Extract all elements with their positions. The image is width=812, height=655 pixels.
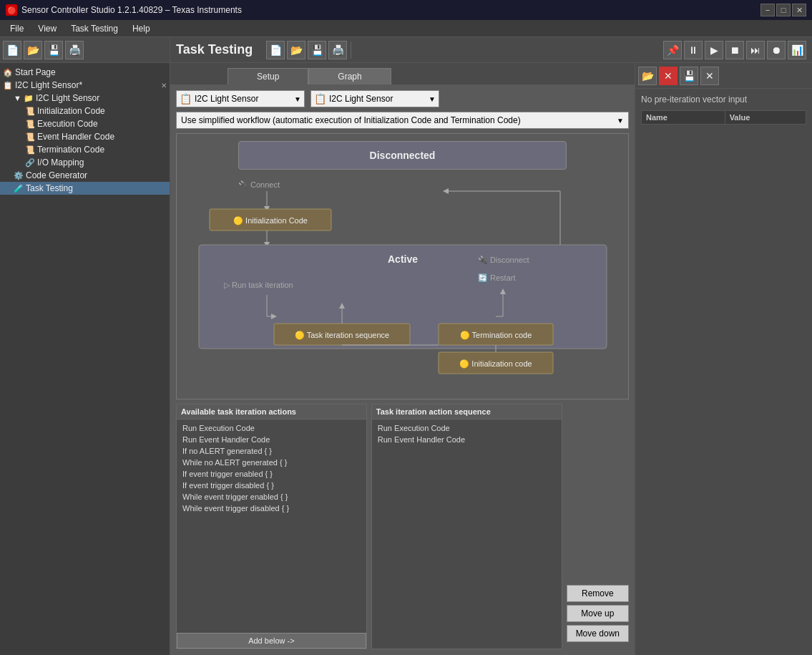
toolbar-graph[interactable]: 📊 [788,41,806,59]
add-below-button[interactable]: Add below -> [177,633,366,649]
sidebar-item-start-page[interactable]: 🏠 Start Page [0,66,170,79]
action-if-trigger-disabled[interactable]: If event trigger disabled { } [180,480,363,491]
toolbar-play[interactable]: ▶ [705,41,723,59]
app-icon: 🔴 [6,4,17,16]
folder-icon: 📁 [24,94,34,103]
pre-iteration-table: Name Value [641,110,806,125]
event-handler-label: Event Handler Code [37,132,114,142]
move-up-button[interactable]: Move up [567,605,629,622]
menu-view[interactable]: View [31,22,64,35]
pre-iter-close2[interactable]: ✕ [700,67,719,85]
sensor-dropdown-2[interactable]: 📋 I2C Light Sensor ▼ [310,90,439,107]
exec-code-icon: 📜 [25,120,35,129]
sidebar-item-init-code[interactable]: 📜 Initialization Code [0,105,170,117]
toolbar-record[interactable]: ⏺ [767,41,786,59]
toolbar-new[interactable]: 📄 [266,41,285,59]
right-buttons-panel: Remove Move up Move down [567,404,629,649]
io-mapping-icon: 🔗 [25,158,35,168]
pre-iter-open[interactable]: 📂 [638,67,657,85]
restart-text: 🔄 Restart [478,273,516,283]
app-title: Sensor Controller Studio 1.2.1.40829 – T… [21,5,756,15]
dd1-icon: 📋 [180,93,192,105]
task-iter-seq-text: 🟡 Task iteration sequence [294,330,388,340]
exec-code-label: Execution Code [37,119,98,129]
page-title: Task Testing [176,42,253,57]
action-if-no-alert[interactable]: If no ALERT generated { } [180,445,363,457]
menu-help[interactable]: Help [125,22,157,35]
sidebar-toolbar: 📄 📂 💾 🖨️ [0,37,170,63]
tab-setup[interactable]: Setup [228,68,308,84]
menu-task-testing[interactable]: Task Testing [64,22,125,35]
workflow-dropdown[interactable]: Use simplified workflow (automatic execu… [176,112,629,129]
toolbar-open[interactable]: 📂 [287,41,305,59]
available-actions-panel: Available task iteration actions Run Exe… [176,404,367,649]
toolbar-step[interactable]: ⏭ [746,41,765,59]
disconnect-text: 🔌 Disconnect [478,255,529,265]
dd2-icon: 📋 [314,93,326,105]
minimize-button[interactable]: − [760,4,775,16]
close-button[interactable]: ✕ [792,4,806,16]
code-gen-label: Code Generator [26,170,87,180]
pre-iteration-toolbar: 📂 ✕ 💾 ✕ [635,63,812,89]
content-area: Setup Graph 📋 I2C Light Sensor ▼ [170,63,812,655]
pre-iter-save[interactable]: 💾 [680,67,698,85]
move-down-button[interactable]: Move down [567,625,629,642]
toolbar-print[interactable]: 🖨️ [328,41,347,59]
open-button[interactable]: 📂 [24,41,42,59]
io-mapping-label: I/O Mapping [37,157,84,168]
menu-file[interactable]: File [3,22,31,35]
tab-icon: 📋 [3,81,13,90]
remove-button[interactable]: Remove [567,585,629,602]
right-panel: Task Testing 📄 📂 💾 🖨️ 📌 ⏸ ▶ ⏹ ⏭ ⏺ 📊 Setu… [170,37,812,655]
toolbar-pin[interactable]: 📌 [663,41,682,59]
dd1-value: I2C Light Sensor [195,94,258,104]
sidebar-item-io-mapping[interactable]: 🔗 I/O Mapping [0,156,170,169]
seq-run-exec[interactable]: Run Execution Code [375,422,559,434]
sidebar-item-event-handler[interactable]: 📜 Event Handler Code [0,130,170,143]
action-if-trigger-enabled[interactable]: If event trigger enabled { } [180,468,363,480]
sensor-dropdown-1[interactable]: 📋 I2C Light Sensor ▼ [176,90,305,107]
disconnected-state: Disconnected [238,141,566,170]
toolbar-sep1 [351,42,351,59]
sidebar-item-i2c-sensor[interactable]: ▼ 📁 I2C Light Sensor [0,92,170,105]
sidebar-item-code-generator[interactable]: ⚙️ Code Generator [0,169,170,182]
action-while-trigger-disabled[interactable]: While event trigger disabled { } [180,503,363,514]
init-code-icon: 📜 [25,107,35,116]
toolbar-pause[interactable]: ⏸ [684,41,703,59]
toolbar-stop[interactable]: ⏹ [725,41,744,59]
sidebar-item-i2c-light-sensor-tab[interactable]: 📋 I2C Light Sensor* ✕ [0,79,170,92]
pre-iteration-content: No pre-iteration vector input Name Value [635,89,812,655]
maximize-button[interactable]: □ [776,4,791,16]
toolbar-save[interactable]: 💾 [308,41,326,59]
task-testing-panel: Setup Graph 📋 I2C Light Sensor ▼ [170,63,635,655]
workflow-arrow-icon: ▼ [617,117,624,125]
dropdowns-row: 📋 I2C Light Sensor ▼ 📋 I2C Light Sensor … [176,90,629,107]
pre-iter-close[interactable]: ✕ [659,67,678,85]
init-code-right-text: 🟡 Initialization code [459,359,532,369]
init-code-diagram-text: 🟡 Initialization Code [233,215,308,225]
new-button[interactable]: 📄 [3,41,21,59]
available-actions-list: Run Execution Code Run Event Handler Cod… [177,419,366,633]
print-button[interactable]: 🖨️ [65,41,84,59]
disconnected-label: Disconnected [370,150,436,161]
window-controls: − □ ✕ [760,4,806,16]
seq-run-event[interactable]: Run Event Handler Code [375,434,559,445]
tab-graph[interactable]: Graph [308,68,391,84]
action-run-event[interactable]: Run Event Handler Code [180,434,363,445]
save-button[interactable]: 💾 [44,41,63,59]
tabs: Setup Graph [170,63,635,84]
sidebar-item-task-testing[interactable]: 🧪 Task Testing [0,182,170,195]
termination-label: Termination Code [37,145,104,155]
action-while-trigger-enabled[interactable]: While event trigger enabled { } [180,491,363,503]
sidebar-item-termination[interactable]: 📜 Termination Code [0,143,170,156]
connect-text: 🔌 Connect [238,180,280,190]
action-while-no-alert[interactable]: While no ALERT generated { } [180,457,363,468]
close-tab-icon[interactable]: ✕ [161,82,167,89]
task-testing-icon: 🧪 [14,184,24,193]
action-sequence-header: Task iteration action sequence [372,404,562,419]
action-run-exec[interactable]: Run Execution Code [180,422,363,434]
sidebar-item-exec-code[interactable]: 📜 Execution Code [0,117,170,130]
init-code-label: Initialization Code [37,106,105,116]
termination-icon: 📜 [25,145,35,155]
action-sequence-panel: Task iteration action sequence Run Execu… [371,404,562,649]
